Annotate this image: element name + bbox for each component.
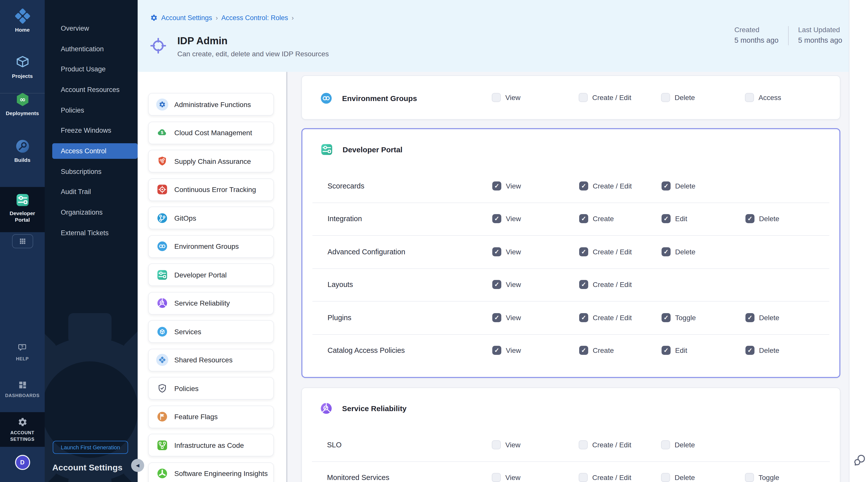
checkbox-view[interactable]: ✓ <box>492 247 501 256</box>
checkbox-view[interactable]: ✓ <box>492 280 501 289</box>
checkbox-delete[interactable]: ✓ <box>745 214 754 223</box>
sidebar-item-freeze-windows[interactable]: Freeze Windows <box>45 127 137 134</box>
checkbox-delete[interactable]: ✓ <box>745 313 754 322</box>
permission-label: Toggle <box>675 313 696 322</box>
permission-label: View <box>506 182 521 190</box>
rail-item-projects[interactable]: Projects <box>0 54 45 80</box>
right-gutter <box>849 0 868 482</box>
sidebar-item-account-resources[interactable]: Account Resources <box>45 86 137 93</box>
checkbox-delete[interactable]: ✓ <box>661 473 670 482</box>
rail-item-label: HELP <box>3 356 42 362</box>
checkbox-create-edit[interactable]: ✓ <box>579 440 588 449</box>
module-card-shared-resources[interactable]: Shared Resources <box>148 349 274 371</box>
rail-item-builds[interactable]: Builds <box>0 138 45 163</box>
checkbox-toggle[interactable]: ✓ <box>745 473 754 482</box>
checkbox-create-edit[interactable]: ✓ <box>579 93 588 102</box>
checkbox-toggle[interactable]: ✓ <box>661 313 671 322</box>
rail-item-dashboards[interactable]: DASHBOARDS <box>0 380 45 399</box>
sidebar-item-audit-trail[interactable]: Audit Trail <box>45 188 137 196</box>
module-card-policies[interactable]: Policies <box>148 377 274 399</box>
avatar[interactable]: D <box>15 455 30 470</box>
checkbox-access[interactable]: ✓ <box>745 93 754 102</box>
rail-item-label: Deployments <box>3 110 42 117</box>
module-card-infrastructure-as-code[interactable]: Infrastructure as Code <box>148 434 274 456</box>
module-card-service-reliability[interactable]: Service Reliability <box>148 292 274 314</box>
sidebar-collapse-button[interactable]: ◀ <box>131 459 144 472</box>
rail-item-home[interactable]: Home <box>0 8 45 33</box>
checkbox-edit[interactable]: ✓ <box>661 346 671 355</box>
breadcrumb-link-account-settings[interactable]: Account Settings <box>161 14 212 22</box>
module-card-administrative-functions[interactable]: Administrative Functions <box>148 93 274 116</box>
checkbox-delete[interactable]: ✓ <box>661 247 671 256</box>
checkbox-delete[interactable]: ✓ <box>661 181 671 190</box>
service-reliability-icon <box>319 401 333 415</box>
launch-first-generation-button[interactable]: Launch First Generation <box>53 441 128 454</box>
checkbox-create-edit[interactable]: ✓ <box>579 280 588 289</box>
checkbox-view[interactable]: ✓ <box>492 440 501 449</box>
sidebar-item-subscriptions[interactable]: Subscriptions <box>45 168 137 175</box>
builds-icon <box>14 138 30 154</box>
permission-row-plugins: Plugins ✓View ✓Create / Edit ✓Toggle ✓De… <box>302 301 839 334</box>
sidebar-item-external-tickets[interactable]: External Tickets <box>45 229 137 237</box>
checkbox-view[interactable]: ✓ <box>492 346 501 355</box>
checkbox-create-edit[interactable]: ✓ <box>579 247 588 256</box>
module-card-gitops[interactable]: GitOps <box>148 207 274 229</box>
checkbox-view[interactable]: ✓ <box>492 313 501 322</box>
module-card-developer-portal[interactable]: Developer Portal <box>148 263 274 286</box>
checkbox-create[interactable]: ✓ <box>579 346 588 355</box>
checkbox-delete[interactable]: ✓ <box>661 440 670 449</box>
checkbox-create[interactable]: ✓ <box>579 214 588 223</box>
sidebar-item-policies[interactable]: Policies <box>45 106 137 114</box>
permission-label: Delete <box>675 182 695 190</box>
module-label: Service Reliability <box>174 299 230 307</box>
dashboards-icon <box>17 380 27 390</box>
sidebar-item-access-control[interactable]: Access Control <box>52 143 137 159</box>
permission-label: Create <box>593 215 614 223</box>
sidebar-menu: Overview Authentication Product Usage Ac… <box>45 18 137 243</box>
checkbox-view[interactable]: ✓ <box>492 214 501 223</box>
module-card-software-engineering-insights[interactable]: Software Engineering Insights <box>148 462 274 482</box>
permission-row: ✓View ✓Create / Edit ✓Delete ✓Access <box>302 76 840 119</box>
breadcrumb-link-access-control-roles[interactable]: Access Control: Roles <box>221 14 288 22</box>
module-card-feature-flags[interactable]: Feature Flags <box>148 405 274 428</box>
permission-label: View <box>505 93 520 101</box>
environment-groups-icon <box>156 240 168 252</box>
breadcrumb: Account Settings › Access Control: Roles… <box>150 14 294 22</box>
sidebar-item-overview[interactable]: Overview <box>45 25 137 32</box>
checkbox-view[interactable]: ✓ <box>492 93 501 102</box>
checkbox-view[interactable]: ✓ <box>492 181 501 190</box>
checkbox-edit[interactable]: ✓ <box>661 214 671 223</box>
checkbox-delete[interactable]: ✓ <box>661 93 670 102</box>
module-card-supply-chain-assurance[interactable]: Supply Chain Assurance <box>148 150 274 172</box>
sidebar-item-product-usage[interactable]: Product Usage <box>45 65 137 73</box>
created-value: 5 months ago <box>734 35 779 46</box>
permission-section-developer-portal: Developer Portal Scorecards ✓View ✓Creat… <box>301 128 840 378</box>
rail-item-account-settings[interactable]: ACCOUNT SETTINGS <box>0 417 45 443</box>
rail-item-developer-portal[interactable]: Developer Portal <box>0 192 45 223</box>
checkbox-delete[interactable]: ✓ <box>745 346 754 355</box>
developer-portal-icon <box>320 143 334 156</box>
support-chat-icon[interactable] <box>852 453 867 467</box>
developer-portal-icon <box>156 269 168 281</box>
module-card-environment-groups[interactable]: Environment Groups <box>148 235 274 258</box>
rail-item-help[interactable]: HELP <box>0 342 45 362</box>
permission-label: View <box>506 347 521 355</box>
sidebar-item-authentication[interactable]: Authentication <box>45 45 137 53</box>
sidebar-item-organizations[interactable]: Organizations <box>45 209 137 216</box>
checkbox-create-edit[interactable]: ✓ <box>579 181 588 190</box>
permission-label: View <box>506 248 521 256</box>
permission-row-layouts: Layouts ✓View ✓Create / Edit <box>302 268 839 301</box>
module-card-cloud-cost-management[interactable]: Cloud Cost Management <box>148 121 274 144</box>
rail-item-app-switcher[interactable] <box>0 234 45 248</box>
rail-item-deployments[interactable]: Deployments <box>0 91 45 117</box>
resource-name: Catalog Access Policies <box>328 347 405 355</box>
checkbox-create-edit[interactable]: ✓ <box>579 473 588 482</box>
iac-icon <box>156 439 168 451</box>
permission-section-environment-groups: Environment Groups ✓View ✓Create / Edit … <box>301 76 840 120</box>
checkbox-create-edit[interactable]: ✓ <box>579 313 588 322</box>
module-card-services[interactable]: Services <box>148 320 274 343</box>
permission-label: Create / Edit <box>593 281 632 289</box>
rail-item-profile[interactable]: D <box>0 455 45 470</box>
checkbox-view[interactable]: ✓ <box>492 473 501 482</box>
module-card-continuous-error-tracking[interactable]: Continuous Error Tracking <box>148 178 274 201</box>
